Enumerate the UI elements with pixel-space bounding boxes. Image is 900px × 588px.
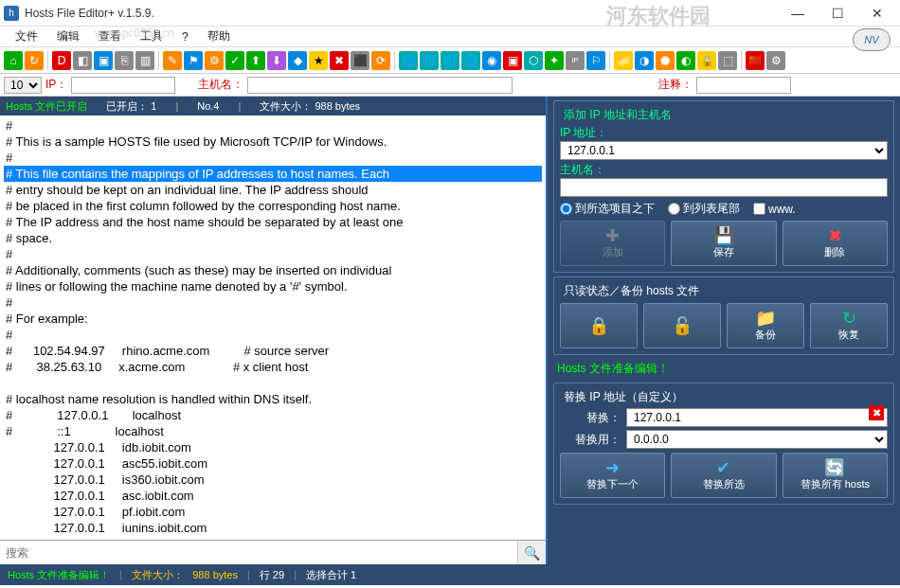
editor-line[interactable]: # 127.0.0.1 localhost: [4, 407, 542, 423]
editor-line[interactable]: # be placed in the first column followed…: [4, 198, 542, 214]
editor-line[interactable]: #: [4, 150, 542, 166]
tb-flag-icon[interactable]: 🇨🇳: [746, 51, 765, 70]
tb-ip-icon[interactable]: IP: [566, 51, 585, 70]
search-input[interactable]: [0, 541, 517, 564]
tb-down-icon[interactable]: D: [52, 51, 71, 70]
lock-closed-icon: 🔒: [588, 317, 609, 334]
hosts-editor[interactable]: ## This is a sample HOSTS file used by M…: [0, 116, 546, 540]
hostname-input[interactable]: [560, 178, 888, 197]
menu-edit[interactable]: 编辑: [47, 28, 89, 45]
tb-icon[interactable]: ⬡: [524, 51, 543, 70]
editor-line[interactable]: #: [4, 246, 542, 262]
save-button[interactable]: 💾保存: [671, 221, 776, 266]
backup-button[interactable]: 📁备份: [727, 303, 804, 348]
editor-line[interactable]: 127.0.0.1 is360.iobit.com: [4, 472, 542, 488]
tb-globe-icon[interactable]: 🌐: [420, 51, 439, 70]
menu-q[interactable]: ?: [172, 30, 198, 44]
editor-line[interactable]: 127.0.0.1 asc.iobit.com: [4, 488, 542, 504]
tb-home-icon[interactable]: ⌂: [4, 51, 23, 70]
tb-folder-icon[interactable]: 📁: [614, 51, 633, 70]
tb-icon[interactable]: ⬛: [351, 51, 369, 70]
tb-icon[interactable]: ◑: [635, 51, 654, 70]
editor-line[interactable]: #: [4, 294, 542, 311]
editor-line[interactable]: # 102.54.94.97 rhino.acme.com # source s…: [4, 343, 542, 359]
host-filter-input[interactable]: [247, 77, 513, 94]
replace-next-button[interactable]: ➜替换下一个: [560, 453, 665, 498]
editor-line[interactable]: # localhost name resolution is handled w…: [4, 391, 542, 407]
replace-all-button[interactable]: 🔄替换所有 hosts: [783, 453, 888, 498]
tb-icon[interactable]: ✦: [545, 51, 564, 70]
tb-icon[interactable]: ⬇: [267, 51, 286, 70]
restore-button[interactable]: ↻恢复: [810, 303, 888, 348]
tb-icon[interactable]: ⚐: [586, 51, 605, 70]
add-button[interactable]: ✚添加: [560, 221, 665, 266]
search-button[interactable]: 🔍: [517, 541, 546, 564]
delete-button[interactable]: ✖删除: [783, 221, 888, 266]
menu-help[interactable]: 帮助: [198, 28, 240, 45]
editor-line[interactable]: # This is a sample HOSTS file used by Mi…: [4, 134, 542, 150]
menu-view[interactable]: 查看: [89, 28, 131, 45]
tb-copy-icon[interactable]: ⎘: [115, 51, 134, 70]
tb-globe-icon[interactable]: 🌐: [461, 51, 480, 70]
editor-line[interactable]: 127.0.0.1 pf.iobit.com: [4, 504, 542, 520]
editor-line[interactable]: [4, 375, 542, 391]
editor-line[interactable]: # entry should be kept on an individual …: [4, 182, 542, 198]
tb-globe-icon[interactable]: 🌐: [441, 51, 459, 70]
tb-lock-icon[interactable]: 🔒: [697, 51, 716, 70]
chk-www[interactable]: www.: [753, 203, 796, 216]
tb-icon[interactable]: ⟳: [371, 51, 390, 70]
tb-refresh-icon[interactable]: ↻: [25, 51, 44, 70]
editor-line[interactable]: # ::1 localhost: [4, 423, 542, 439]
editor-line[interactable]: # For example:: [4, 311, 542, 327]
editor-line[interactable]: #: [4, 117, 542, 134]
menu-tools[interactable]: 工具: [131, 28, 172, 45]
tb-icon[interactable]: ⬚: [718, 51, 737, 70]
tb-icon[interactable]: ⚙: [205, 51, 224, 70]
with-select[interactable]: 0.0.0.0: [626, 430, 888, 449]
tb-icon[interactable]: ▣: [94, 51, 113, 70]
radio-end[interactable]: 到列表尾部: [668, 201, 740, 217]
replace-sel-button[interactable]: ✔替换所选: [671, 453, 776, 498]
editor-line[interactable]: #: [4, 327, 542, 343]
add-panel-title: 添加 IP 地址和主机名: [560, 107, 675, 123]
cycle-icon: 🔄: [824, 459, 845, 476]
tb-icon[interactable]: ✎: [163, 51, 182, 70]
minimize-button[interactable]: —: [779, 2, 817, 25]
editor-line[interactable]: # lines or following the machine name de…: [4, 278, 542, 294]
ip-addr-select[interactable]: 127.0.0.1: [560, 141, 888, 160]
lock-button[interactable]: 🔒: [560, 303, 638, 348]
tb-icon[interactable]: ▣: [503, 51, 522, 70]
editor-line[interactable]: # The IP address and the host name shoul…: [4, 214, 542, 230]
editor-line[interactable]: # 38.25.63.10 x.acme.com # x client host: [4, 359, 542, 375]
num-select[interactable]: 10: [4, 77, 42, 94]
tb-icon[interactable]: ✓: [225, 51, 244, 70]
editor-line[interactable]: 127.0.0.1 iunins.iobit.com: [4, 520, 542, 536]
unlock-button[interactable]: 🔓: [643, 303, 721, 348]
tb-globe-icon[interactable]: 🌐: [399, 51, 418, 70]
radio-below[interactable]: 到所选项目之下: [560, 201, 655, 217]
tb-icon[interactable]: ◐: [676, 51, 695, 70]
tb-icon[interactable]: ▥: [135, 51, 154, 70]
editor-line[interactable]: # space.: [4, 230, 542, 246]
tb-icon[interactable]: ◉: [482, 51, 501, 70]
editor-line[interactable]: # This file contains the mappings of IP …: [4, 166, 542, 182]
tb-icon[interactable]: ★: [309, 51, 328, 70]
tb-settings-icon[interactable]: ⚙: [766, 51, 785, 70]
ip-filter-input[interactable]: [71, 77, 175, 94]
note-filter-input[interactable]: [696, 77, 791, 94]
maximize-button[interactable]: ☐: [819, 2, 856, 25]
tb-icon[interactable]: ⬆: [246, 51, 265, 70]
menu-file[interactable]: 文件: [6, 28, 47, 45]
editor-line[interactable]: 127.0.0.1 idb.iobit.com: [4, 439, 542, 455]
editor-line[interactable]: 127.0.0.1 asc55.iobit.com: [4, 455, 542, 472]
tb-icon[interactable]: ⚑: [184, 51, 203, 70]
ip-addr-label: IP 地址：: [560, 125, 888, 141]
tb-icon[interactable]: ◧: [73, 51, 92, 70]
editor-line[interactable]: # Additionally, comments (such as these)…: [4, 262, 542, 278]
tb-icon[interactable]: ✖: [330, 51, 349, 70]
find-select[interactable]: 127.0.0.1: [626, 408, 888, 427]
tb-icon[interactable]: ◆: [288, 51, 307, 70]
tb-icon[interactable]: ⬣: [656, 51, 675, 70]
close-replace-button[interactable]: ✖: [869, 405, 884, 420]
close-button[interactable]: ✕: [858, 2, 896, 25]
